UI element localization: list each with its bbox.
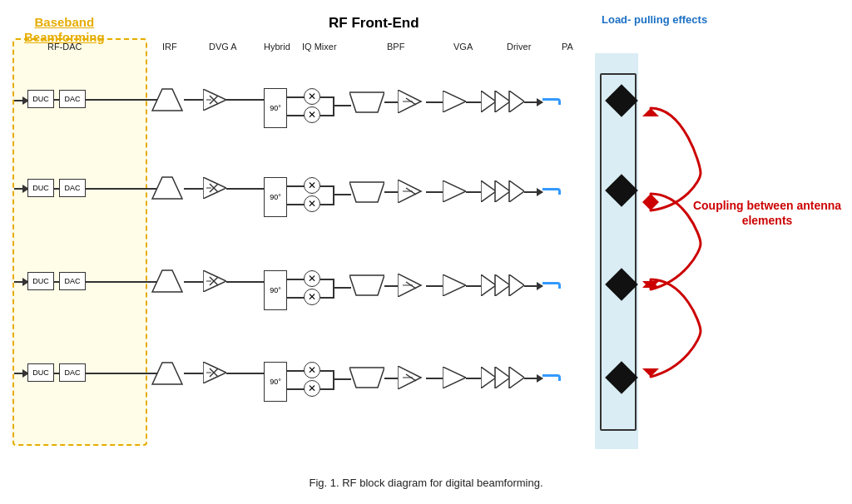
vga-row4 (398, 366, 426, 389)
duc-row4: DUC (27, 363, 54, 382)
svg-marker-44 (349, 368, 384, 388)
label-rf-dac: RF-DAC (47, 42, 82, 52)
svg-marker-37 (495, 274, 510, 296)
svg-marker-9 (443, 91, 466, 112)
svg-marker-38 (509, 274, 524, 296)
svg-marker-12 (509, 91, 524, 112)
mixer-bot-row1: ✕ (304, 106, 320, 123)
irf-row2 (151, 175, 184, 200)
label-pa: PA (562, 42, 573, 52)
coupling-label: Coupling between antenna elements (688, 198, 846, 228)
line-r1-a (86, 99, 161, 101)
pa-row4 (481, 367, 524, 388)
svg-marker-31 (349, 275, 384, 295)
dac-row4: DAC (59, 363, 86, 382)
mixer-bot-row3: ✕ (304, 289, 320, 305)
hybrid-row1: 90° (264, 88, 287, 128)
rf-frontend-title: RF Front-End (329, 15, 419, 32)
svg-marker-24 (495, 180, 510, 202)
svg-marker-50 (495, 367, 510, 388)
dvga-row1 (203, 89, 226, 111)
vga-row3 (398, 274, 426, 297)
svg-marker-48 (443, 367, 466, 388)
duc-row1: DUC (27, 90, 54, 108)
hybrid-row4: 90° (264, 362, 287, 402)
dac-row1: DAC (59, 90, 86, 108)
label-iq-mixer: IQ Mixer (302, 42, 337, 52)
load-pulling-title: Load- pulling effects (602, 13, 707, 27)
figure-caption: Fig. 1. RF block diagram for digital bea… (6, 477, 846, 489)
svg-marker-25 (509, 180, 524, 202)
pa-row3 (481, 274, 524, 296)
bpf-row2 (349, 180, 384, 204)
bpf-row3 (349, 274, 384, 297)
driver-row3 (443, 274, 466, 296)
svg-marker-18 (349, 182, 384, 202)
svg-marker-51 (509, 367, 524, 388)
irf-row1 (151, 87, 184, 112)
label-hybrid: Hybrid (264, 42, 290, 52)
svg-marker-13 (152, 177, 182, 199)
dac-row2: DAC (59, 179, 86, 197)
label-bpf: BPF (387, 42, 404, 52)
hybrid-row2: 90° (264, 177, 287, 217)
pa-row1 (481, 91, 524, 112)
diagram-container: Baseband Beamforming RF Front-End Load- … (6, 7, 846, 497)
svg-marker-0 (152, 89, 182, 111)
mixer-top-row4: ✕ (304, 362, 320, 378)
baseband-title: Baseband Beamforming (24, 15, 105, 45)
driver-row2 (443, 180, 466, 202)
svg-marker-49 (481, 367, 496, 388)
svg-marker-5 (349, 92, 384, 112)
label-irf: IRF (162, 42, 177, 52)
irf-row3 (151, 269, 184, 294)
vga-row1 (398, 90, 426, 113)
duc-row2: DUC (27, 179, 54, 197)
driver-row1 (443, 91, 466, 112)
irf-row4 (151, 361, 184, 386)
svg-marker-10 (481, 91, 496, 112)
duc-row3: DUC (27, 272, 54, 290)
vga-row2 (398, 180, 426, 203)
mixer-bot-row4: ✕ (304, 380, 320, 397)
mixer-bot-row2: ✕ (304, 195, 320, 212)
mixer-top-row3: ✕ (304, 270, 320, 287)
svg-marker-35 (443, 274, 466, 296)
dvga-row3 (203, 270, 226, 292)
mixer-top-row1: ✕ (304, 88, 320, 105)
dac-row3: DAC (59, 272, 86, 290)
svg-marker-39 (152, 363, 182, 384)
svg-marker-26 (152, 270, 182, 292)
dvga-row2 (203, 177, 226, 199)
bpf-row1 (349, 91, 384, 114)
svg-marker-11 (495, 91, 510, 112)
bpf-row4 (349, 366, 384, 389)
driver-row4 (443, 367, 466, 388)
dvga-row4 (203, 362, 226, 383)
svg-marker-23 (481, 180, 496, 202)
svg-marker-36 (481, 274, 496, 296)
svg-marker-22 (443, 180, 466, 202)
mixer-top-row2: ✕ (304, 177, 320, 194)
label-driver: Driver (507, 42, 531, 52)
coupling-arrows-svg (634, 73, 800, 439)
label-vga: VGA (453, 42, 473, 52)
hybrid-row3: 90° (264, 270, 287, 310)
label-dvga: DVG A (209, 42, 237, 52)
pa-row2 (481, 180, 524, 202)
